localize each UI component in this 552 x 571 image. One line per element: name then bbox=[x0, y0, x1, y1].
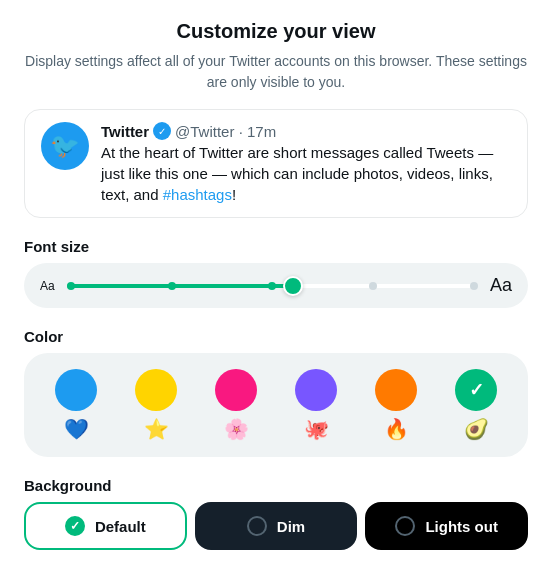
color-circle-pink bbox=[215, 369, 257, 411]
slider-dot-2 bbox=[168, 282, 176, 290]
background-dim-label: Dim bbox=[277, 518, 305, 535]
tweet-body: Twitter ✓ @Twitter · 17m At the heart of… bbox=[101, 122, 511, 205]
color-option-gold[interactable]: ⭐ bbox=[135, 369, 177, 441]
avatar: 🐦 bbox=[41, 122, 89, 170]
color-circle-blue bbox=[55, 369, 97, 411]
page-title: Customize your view bbox=[24, 20, 528, 43]
slider-dots bbox=[67, 282, 478, 290]
tweet-handle-time: @Twitter · 17m bbox=[175, 123, 276, 140]
background-option-dim[interactable]: Dim bbox=[195, 502, 358, 550]
slider-dot-1 bbox=[67, 282, 75, 290]
background-default-radio bbox=[65, 516, 85, 536]
color-section: Color 💙 ⭐ 🌸 🐙 🔥 bbox=[24, 328, 528, 457]
color-label: Color bbox=[24, 328, 528, 345]
tweet-account-name: Twitter bbox=[101, 123, 149, 140]
background-dim-radio bbox=[247, 516, 267, 536]
tweet-hashtag: #hashtags bbox=[163, 186, 232, 203]
slider-thumb[interactable] bbox=[283, 276, 303, 296]
color-option-pink[interactable]: 🌸 bbox=[215, 369, 257, 441]
slider-dot-3 bbox=[268, 282, 276, 290]
tweet-header: Twitter ✓ @Twitter · 17m bbox=[101, 122, 511, 140]
tweet-text: At the heart of Twitter are short messag… bbox=[101, 142, 511, 205]
color-emoji-orange: 🔥 bbox=[384, 417, 409, 441]
color-circle-green: ✓ bbox=[455, 369, 497, 411]
color-emoji-gold: ⭐ bbox=[144, 417, 169, 441]
color-option-green[interactable]: ✓ 🥑 bbox=[455, 369, 497, 441]
color-emoji-green: 🥑 bbox=[464, 417, 489, 441]
font-size-section: Font size Aa Aa bbox=[24, 238, 528, 308]
color-emoji-blue: 💙 bbox=[64, 417, 89, 441]
tweet-preview: 🐦 Twitter ✓ @Twitter · 17m At the heart … bbox=[24, 109, 528, 218]
font-size-large-label: Aa bbox=[490, 275, 512, 296]
color-circle-gold bbox=[135, 369, 177, 411]
color-option-orange[interactable]: 🔥 bbox=[375, 369, 417, 441]
slider-dot-4 bbox=[369, 282, 377, 290]
background-options-container: Default Dim Lights out bbox=[24, 502, 528, 550]
background-label: Background bbox=[24, 477, 528, 494]
color-circle-purple bbox=[295, 369, 337, 411]
color-option-purple[interactable]: 🐙 bbox=[295, 369, 337, 441]
font-size-small-label: Aa bbox=[40, 279, 55, 293]
color-emoji-pink: 🌸 bbox=[224, 417, 249, 441]
page-subtitle: Display settings affect all of your Twit… bbox=[24, 51, 528, 93]
twitter-bird-icon: 🐦 bbox=[50, 132, 80, 160]
background-default-label: Default bbox=[95, 518, 146, 535]
background-lightsout-label: Lights out bbox=[425, 518, 497, 535]
font-size-slider-container: Aa Aa bbox=[24, 263, 528, 308]
color-circle-orange bbox=[375, 369, 417, 411]
background-lightsout-radio bbox=[395, 516, 415, 536]
background-option-default[interactable]: Default bbox=[24, 502, 187, 550]
color-selected-check-icon: ✓ bbox=[469, 379, 484, 401]
color-emoji-purple: 🐙 bbox=[304, 417, 329, 441]
font-size-label: Font size bbox=[24, 238, 528, 255]
color-options-container: 💙 ⭐ 🌸 🐙 🔥 ✓ 🥑 bbox=[24, 353, 528, 457]
verified-badge-icon: ✓ bbox=[153, 122, 171, 140]
background-section: Background Default Dim Lights out bbox=[24, 477, 528, 550]
background-option-lightsout[interactable]: Lights out bbox=[365, 502, 528, 550]
customize-view-panel: Customize your view Display settings aff… bbox=[24, 20, 528, 558]
slider-dot-5 bbox=[470, 282, 478, 290]
font-size-slider[interactable] bbox=[67, 284, 478, 288]
color-option-blue[interactable]: 💙 bbox=[55, 369, 97, 441]
